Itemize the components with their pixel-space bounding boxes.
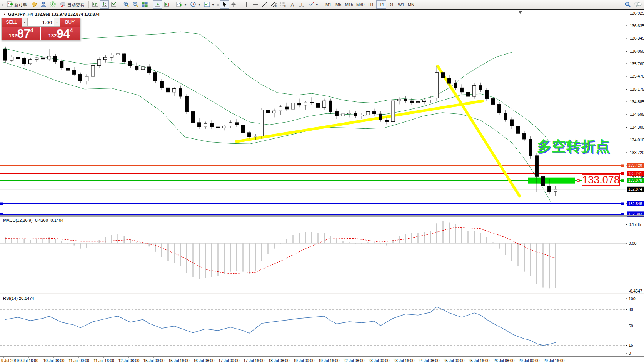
candle-bearish: [504, 113, 507, 120]
macd-panel: 0.17850.00-0.4547MACD(12,26,9) -0.4260 -…: [0, 218, 642, 293]
macd-bar: [461, 228, 462, 243]
horizontal-line-tool-button[interactable]: [251, 0, 260, 9]
new-order-label: 新订单: [14, 2, 27, 8]
crosshair-tool-button[interactable]: [229, 0, 238, 9]
fibonacci-tool-button[interactable]: F: [279, 0, 288, 9]
candle-bullish: [85, 76, 88, 81]
volume-increase-button[interactable]: ▲: [54, 18, 60, 27]
bar-chart-button[interactable]: [90, 0, 100, 9]
line-chart-button[interactable]: [109, 0, 118, 9]
yellow-trendlines[interactable]: [235, 65, 520, 197]
candle-bullish: [341, 114, 345, 116]
callout-handle[interactable]: [577, 180, 579, 182]
chart-shift-marker[interactable]: [519, 11, 522, 14]
line-handle[interactable]: [621, 164, 624, 167]
time-axis[interactable]: 9 Jul 20199 Jul 16:0010 Jul 08:0011 Jul …: [1, 357, 565, 363]
turning-point-annotation[interactable]: 多空转折点: [537, 137, 610, 156]
line-handle[interactable]: [621, 203, 624, 205]
candle-bearish: [241, 125, 245, 133]
timeframe-d1[interactable]: D1: [386, 0, 396, 9]
macd-bar: [436, 223, 437, 243]
search-icon: [624, 1, 631, 8]
price-axis[interactable]: 136.925136.635136.345136.050135.760135.4…: [626, 11, 644, 218]
trendline-1[interactable]: [235, 101, 484, 141]
candlestick-chart-button[interactable]: [100, 0, 109, 9]
candle-bullish: [110, 55, 113, 57]
price-callout-box[interactable]: 133.078: [582, 174, 620, 186]
buy-button[interactable]: BUY: [60, 18, 80, 27]
auto-scroll-button[interactable]: [153, 0, 162, 9]
timeframe-m5[interactable]: M5: [334, 0, 344, 9]
volume-decrease-button[interactable]: ▼: [22, 18, 28, 27]
trendline-2[interactable]: [437, 65, 520, 197]
toolbar-separator: [173, 1, 173, 8]
vertical-line-tool-button[interactable]: [242, 0, 251, 9]
timeframe-h1[interactable]: H1: [366, 0, 376, 9]
candle-bearish: [60, 61, 63, 68]
periods-button[interactable]: ▼: [189, 0, 202, 9]
candle-bullish: [322, 101, 326, 107]
chart-shift-button[interactable]: [162, 0, 171, 9]
buy-price-display[interactable]: 132944: [41, 27, 80, 40]
profile-icon: [40, 1, 47, 8]
community-chat-button[interactable]: [632, 0, 643, 9]
timeframe-m15[interactable]: M15: [344, 0, 355, 9]
text-tool-button[interactable]: A: [288, 0, 297, 9]
candle-bullish: [260, 110, 264, 136]
time-axis-label: 25 Jul 00:00: [444, 359, 465, 363]
line-handle[interactable]: [621, 179, 624, 182]
line-handle[interactable]: [0, 203, 3, 205]
candle-bearish: [497, 104, 501, 113]
rsi-tick-label: 50: [629, 324, 633, 328]
macd-bar: [67, 243, 68, 244]
bollinger-lower: [3, 62, 551, 202]
indicators-button[interactable]: ▼: [202, 0, 216, 9]
timeframe-m30[interactable]: M30: [355, 0, 366, 9]
signals-button[interactable]: [48, 0, 57, 9]
sell-price-display[interactable]: 132874: [2, 27, 40, 40]
macd-bar: [111, 235, 112, 243]
macd-bar: [186, 243, 187, 273]
cursor-tool-button[interactable]: [220, 0, 229, 9]
profile-button[interactable]: [39, 0, 48, 9]
zoom-out-button[interactable]: [131, 0, 140, 9]
tile-windows-button[interactable]: [140, 0, 149, 9]
timeframe-m1[interactable]: M1: [324, 0, 334, 9]
macd-bar: [49, 237, 50, 243]
candle-bullish: [416, 102, 420, 103]
toolbar-grip[interactable]: [2, 1, 3, 8]
sell-button[interactable]: SELL: [2, 18, 22, 27]
trendline-tool-button[interactable]: [260, 0, 269, 9]
line-handle[interactable]: [621, 172, 624, 175]
macd-bar: [99, 240, 100, 243]
chart-canvas[interactable]: 0.17850.00-0.4547MACD(12,26,9) -0.4260 -…: [0, 11, 644, 364]
timeframe-w1[interactable]: W1: [396, 0, 406, 9]
new-chart-button[interactable]: ▼: [175, 0, 189, 9]
macd-bar: [486, 237, 487, 243]
candle-bullish: [554, 189, 557, 192]
highlight-bar[interactable]: [528, 178, 582, 184]
metaeditor-button[interactable]: [30, 0, 39, 9]
candle-bearish: [454, 83, 457, 88]
timeframe-h4[interactable]: H4: [376, 0, 386, 9]
macd-bar: [161, 243, 162, 257]
toolbar-grip[interactable]: [217, 1, 219, 8]
new-order-button[interactable]: 新订单: [4, 0, 30, 9]
candle-bullish: [29, 60, 32, 64]
autotrading-button[interactable]: 自动交易: [57, 0, 87, 9]
channel-tool-button[interactable]: E: [269, 0, 279, 9]
candle-bearish: [547, 186, 551, 192]
rsi-tick-label: 80: [629, 307, 633, 312]
text-label-tool-button[interactable]: T: [297, 0, 306, 9]
horizontal-lines[interactable]: [0, 164, 626, 215]
support-highlight-bar[interactable]: [528, 178, 575, 184]
candle-bearish: [491, 99, 495, 105]
timeframe-mn[interactable]: MN: [406, 0, 416, 9]
macd-bar: [261, 243, 262, 261]
arrows-tool-button[interactable]: ▼: [306, 0, 320, 9]
search-button[interactable]: [623, 0, 632, 9]
zoom-in-button[interactable]: [122, 0, 131, 9]
collapse-panel-icon[interactable]: ▲: [3, 13, 6, 16]
volume-input[interactable]: [28, 18, 54, 27]
macd-bar: [30, 240, 31, 243]
